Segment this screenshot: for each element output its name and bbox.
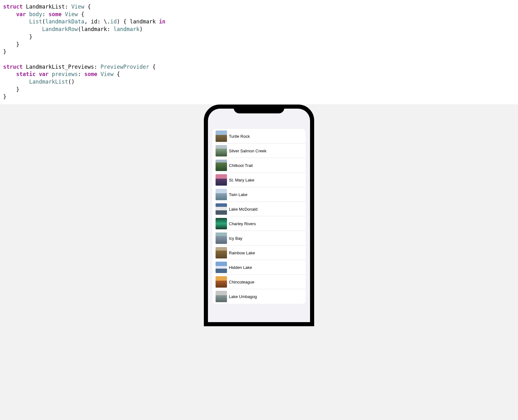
landmark-name: Chincoteague [229, 280, 254, 284]
landmark-list[interactable]: Turtle Rock Silver Salmon Creek Chilkoot… [212, 129, 306, 304]
phone-frame: Turtle Rock Silver Salmon Creek Chilkoot… [204, 105, 314, 326]
landmark-thumbnail [216, 203, 227, 215]
landmark-thumbnail [216, 291, 227, 302]
landmark-thumbnail [216, 160, 227, 171]
landmark-thumbnail [216, 262, 227, 273]
landmark-name: Silver Salmon Creek [229, 149, 267, 153]
landmark-thumbnail [216, 218, 227, 229]
preview-canvas[interactable]: Turtle Rock Silver Salmon Creek Chilkoot… [0, 105, 518, 420]
list-row[interactable]: Rainbow Lake [212, 245, 306, 260]
landmark-name: Icy Bay [229, 236, 243, 241]
list-row[interactable]: Lake McDonald [212, 202, 306, 216]
list-row[interactable]: Icy Bay [212, 231, 306, 245]
landmark-name: Twin Lake [229, 192, 248, 197]
phone-notch [234, 105, 284, 113]
landmark-thumbnail [216, 174, 227, 186]
landmark-thumbnail [216, 247, 227, 258]
landmark-name: Chilkoot Trail [229, 163, 253, 168]
landmark-thumbnail [216, 189, 227, 200]
landmark-thumbnail [216, 145, 227, 156]
landmark-name: Lake McDonald [229, 207, 257, 212]
landmark-name: St. Mary Lake [229, 178, 254, 182]
list-row[interactable]: St. Mary Lake [212, 173, 306, 187]
list-row[interactable]: Lake Umbagog [212, 289, 306, 304]
phone-screen: Turtle Rock Silver Salmon Creek Chilkoot… [208, 109, 310, 322]
list-row[interactable]: Chincoteague [212, 275, 306, 289]
landmark-name: Charley Rivers [229, 221, 256, 226]
landmark-name: Lake Umbagog [229, 294, 257, 299]
landmark-thumbnail [216, 276, 227, 288]
list-row[interactable]: Charley Rivers [212, 216, 306, 231]
list-row[interactable]: Hidden Lake [212, 260, 306, 275]
list-row[interactable]: Silver Salmon Creek [212, 143, 306, 158]
list-row[interactable]: Turtle Rock [212, 129, 306, 143]
landmark-name: Turtle Rock [229, 134, 250, 139]
landmark-thumbnail [216, 232, 227, 244]
list-row[interactable]: Chilkoot Trail [212, 158, 306, 173]
landmark-thumbnail [216, 130, 227, 142]
code-editor[interactable]: struct LandmarkList: View { var body: so… [0, 0, 518, 104]
list-row[interactable]: Twin Lake [212, 187, 306, 202]
landmark-name: Hidden Lake [229, 265, 252, 270]
landmark-name: Rainbow Lake [229, 251, 255, 255]
